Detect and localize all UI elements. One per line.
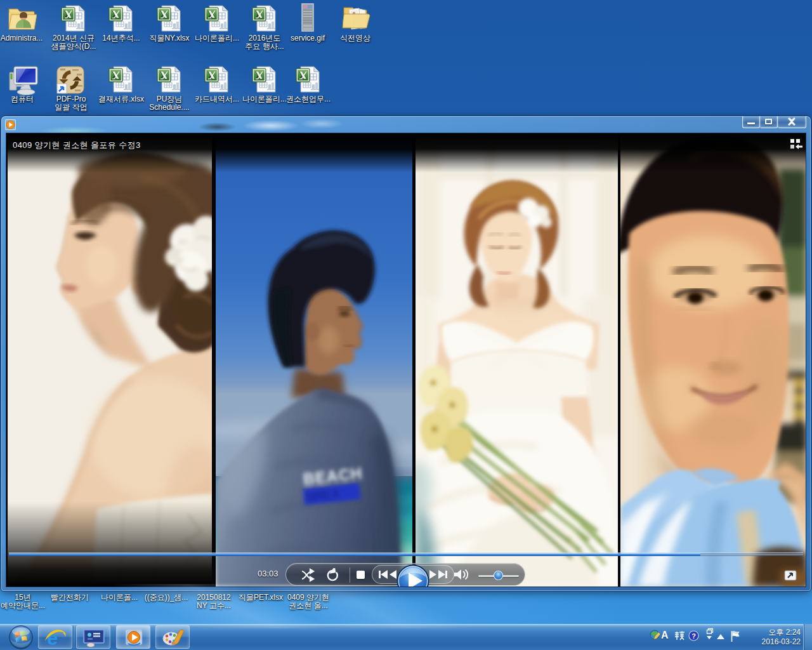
svg-text:?: ?	[691, 632, 696, 640]
